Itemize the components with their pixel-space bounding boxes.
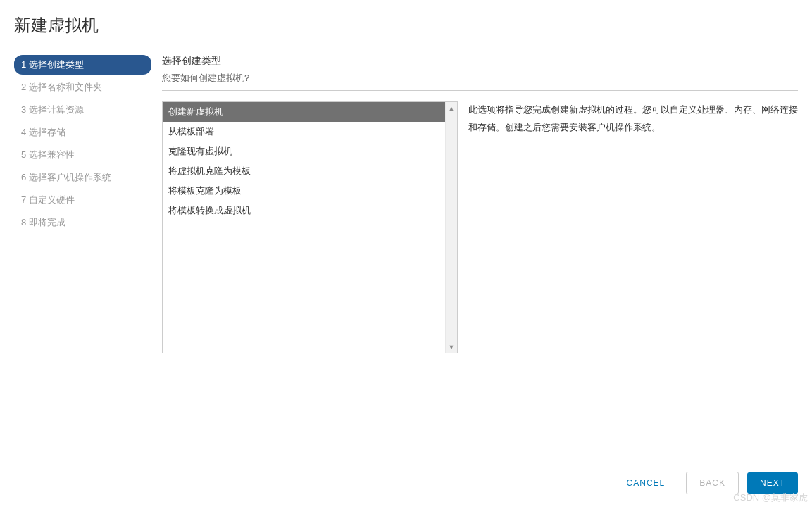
step-5-select-compatibility: 5 选择兼容性: [14, 145, 151, 165]
dialog-body: 1 选择创建类型 2 选择名称和文件夹 3 选择计算资源 4 选择存储 5 选择…: [14, 55, 798, 458]
step-2-select-name-folder: 2 选择名称和文件夹: [14, 77, 151, 97]
option-deploy-from-template[interactable]: 从模板部署: [163, 122, 445, 142]
step-3-select-compute-resource: 3 选择计算资源: [14, 100, 151, 120]
option-description: 此选项将指导您完成创建新虚拟机的过程。您可以自定义处理器、内存、网络连接和存储。…: [468, 101, 798, 458]
option-clone-template-to-template[interactable]: 将模板克隆为模板: [163, 181, 445, 201]
content-pane: 选择创建类型 您要如何创建虚拟机? 创建新虚拟机 从模板部署 克隆现有虚拟机 将…: [162, 55, 798, 458]
content-main: 创建新虚拟机 从模板部署 克隆现有虚拟机 将虚拟机克隆为模板 将模板克隆为模板 …: [162, 101, 798, 458]
content-subtitle: 您要如何创建虚拟机?: [162, 72, 798, 84]
scroll-up-icon[interactable]: ▲: [446, 102, 457, 114]
listbox-scrollbar[interactable]: ▲ ▼: [445, 102, 457, 353]
creation-type-listbox: 创建新虚拟机 从模板部署 克隆现有虚拟机 将虚拟机克隆为模板 将模板克隆为模板 …: [162, 101, 458, 353]
scroll-down-icon[interactable]: ▼: [446, 341, 457, 353]
option-clone-existing-vm[interactable]: 克隆现有虚拟机: [163, 142, 445, 161]
content-title: 选择创建类型: [162, 55, 798, 68]
step-6-select-guest-os: 6 选择客户机操作系统: [14, 168, 151, 187]
step-7-customize-hardware: 7 自定义硬件: [14, 190, 151, 210]
cancel-button[interactable]: CANCEL: [614, 472, 678, 494]
option-clone-vm-to-template[interactable]: 将虚拟机克隆为模板: [163, 161, 445, 181]
content-header: 选择创建类型 您要如何创建虚拟机?: [162, 55, 798, 91]
new-vm-dialog: 新建虚拟机 1 选择创建类型 2 选择名称和文件夹 3 选择计算资源 4 选择存…: [0, 0, 812, 507]
step-8-ready-to-complete: 8 即将完成: [14, 213, 151, 232]
wizard-sidebar: 1 选择创建类型 2 选择名称和文件夹 3 选择计算资源 4 选择存储 5 选择…: [14, 55, 151, 458]
step-1-select-creation-type[interactable]: 1 选择创建类型: [14, 55, 151, 75]
next-button[interactable]: NEXT: [747, 472, 798, 494]
listbox-items: 创建新虚拟机 从模板部署 克隆现有虚拟机 将虚拟机克隆为模板 将模板克隆为模板 …: [163, 102, 445, 353]
back-button: BACK: [686, 472, 739, 494]
step-4-select-storage: 4 选择存储: [14, 123, 151, 142]
dialog-title: 新建虚拟机: [14, 14, 798, 44]
option-convert-template-to-vm[interactable]: 将模板转换成虚拟机: [163, 201, 445, 220]
dialog-footer: CANCEL BACK NEXT: [14, 458, 798, 507]
option-create-new-vm[interactable]: 创建新虚拟机: [163, 102, 445, 122]
